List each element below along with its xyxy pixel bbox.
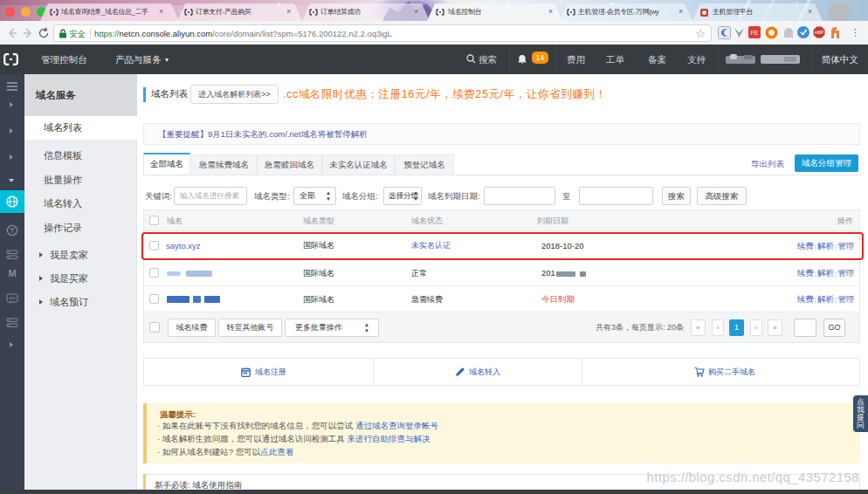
svg-text:ABP: ABP (815, 30, 824, 35)
svg-text:FE: FE (751, 30, 759, 36)
